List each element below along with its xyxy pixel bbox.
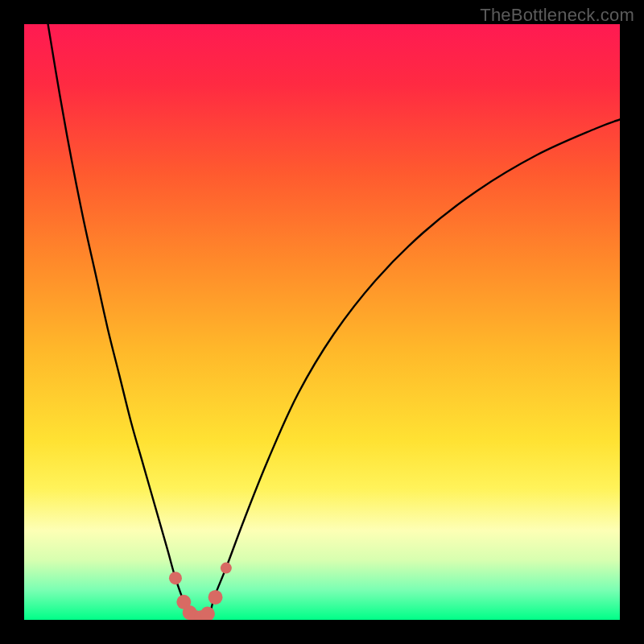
plot-area (24, 24, 620, 620)
background-gradient (24, 24, 620, 620)
chart-frame: TheBottleneck.com (0, 0, 644, 644)
svg-rect-0 (24, 24, 620, 620)
watermark-text: TheBottleneck.com (480, 5, 634, 26)
